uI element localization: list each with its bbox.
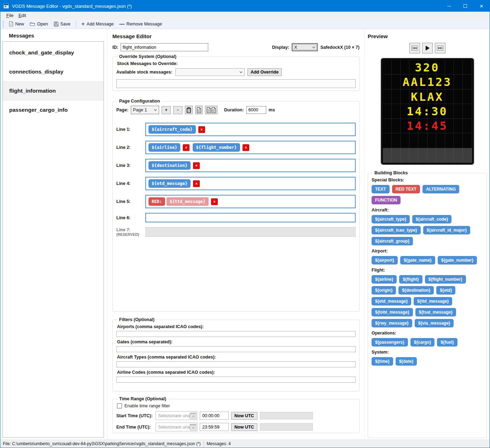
message-list-item[interactable]: flight_information xyxy=(3,81,104,100)
building-block-chip[interactable]: ${airport} xyxy=(372,256,398,264)
override-system-group: Override System (Optional) Stock Message… xyxy=(112,54,360,91)
filter-input[interactable] xyxy=(116,346,356,352)
token-chip[interactable]: ${etd_message} xyxy=(148,179,191,188)
building-block-chip[interactable]: ${gate_number} xyxy=(438,256,477,264)
preview-panel: Preview 320AAL123KLAX14:3014:45 Building… xyxy=(365,29,490,440)
building-block-chip[interactable]: ${aircraft_code} xyxy=(412,215,451,223)
menu-file[interactable]: File xyxy=(4,13,16,18)
available-stock-dropdown[interactable] xyxy=(175,68,245,76)
building-block-chip[interactable]: ${destination} xyxy=(398,286,434,295)
token-chip[interactable]: ${airline} xyxy=(148,143,180,152)
building-block-chip[interactable]: ${tobt_message} xyxy=(372,308,413,316)
next-page-button[interactable] xyxy=(435,43,445,53)
previous-page-button[interactable] xyxy=(409,43,420,53)
building-block-chip[interactable]: ${origin} xyxy=(372,286,396,295)
building-block-chip[interactable]: ${aircraft_icao_type} xyxy=(372,226,421,234)
filter-input[interactable] xyxy=(116,331,356,337)
override-listbox[interactable] xyxy=(116,79,356,88)
add-page-button[interactable]: + xyxy=(162,106,171,114)
token-chip[interactable]: ${aircraft_code} xyxy=(148,125,196,134)
start-time-input[interactable] xyxy=(200,412,229,420)
token-chip[interactable]: ${flight_number} xyxy=(193,143,240,152)
building-block-chip[interactable]: ${passengers} xyxy=(372,338,408,347)
message-list-item[interactable]: passenger_cargo_info xyxy=(3,100,104,120)
building-block-chip[interactable]: ALTERNATING xyxy=(422,185,459,193)
open-button[interactable]: Open xyxy=(27,21,51,28)
line-content-field[interactable]: ${aircraft_code}× xyxy=(145,123,356,136)
building-block-chip[interactable]: ${fuel} xyxy=(437,338,457,347)
building-block-chip[interactable]: ${aircraft_type} xyxy=(372,215,410,223)
message-id-input[interactable] xyxy=(121,43,208,51)
line-content-field[interactable]: RED:${ttd_message}× xyxy=(145,195,356,208)
building-block-chip[interactable]: ${aircraft_id_major} xyxy=(423,226,470,234)
token-chip[interactable]: ${ttd_message} xyxy=(167,197,209,206)
line-content-field[interactable]: ${airline}×${flight_number}× xyxy=(145,141,356,154)
close-button[interactable]: ✕ xyxy=(473,0,490,12)
building-block-chip[interactable]: ${rwy_message} xyxy=(372,319,412,327)
token-group: ${etd_message}× xyxy=(148,179,200,188)
building-block-chip[interactable]: TEXT xyxy=(372,185,390,193)
building-block-chip[interactable]: ${airline} xyxy=(372,275,397,284)
building-block-chip[interactable]: ${aircraft_group} xyxy=(372,237,413,245)
building-block-chip[interactable]: ${ttd_message} xyxy=(414,297,452,306)
display-dropdown[interactable]: X xyxy=(292,43,318,51)
building-block-chip[interactable]: ${tsat_message} xyxy=(415,308,456,316)
duplicate-page-button[interactable] xyxy=(205,106,217,114)
duration-label: Duration: xyxy=(224,107,244,112)
line-content-field[interactable]: ${destination}× xyxy=(145,159,356,172)
remove-token-button[interactable]: × xyxy=(193,180,200,187)
page-dropdown[interactable]: Page 1 xyxy=(131,106,159,114)
building-block-chip[interactable]: RED TEXT xyxy=(392,185,420,193)
maximize-button[interactable] xyxy=(457,0,473,12)
message-list-item[interactable]: connections_display xyxy=(3,62,104,81)
close-icon: ✕ xyxy=(480,4,484,9)
toolbar: New Open Save + Add Message — Remove Mes… xyxy=(0,19,490,29)
building-block-chip[interactable]: ${etd_message} xyxy=(372,297,411,306)
save-button[interactable]: Save xyxy=(51,21,74,28)
token-chip[interactable]: RED: xyxy=(148,197,165,206)
building-block-chip[interactable]: FUNCTION xyxy=(372,196,401,204)
duration-input[interactable] xyxy=(246,106,266,114)
id-label: ID: xyxy=(112,45,118,50)
led-display-row: 320 xyxy=(383,60,472,75)
preview-title: Preview xyxy=(368,33,487,39)
remove-token-button[interactable]: × xyxy=(183,144,189,151)
new-button[interactable]: New xyxy=(6,20,27,28)
building-block-chip[interactable]: ${etd} xyxy=(436,286,455,295)
toolbar-gripper[interactable] xyxy=(3,21,4,27)
start-now-utc-button[interactable]: Now UTC xyxy=(231,412,257,420)
building-block-chip[interactable]: ${via_message} xyxy=(415,319,454,327)
add-override-button[interactable]: Add Override xyxy=(247,68,282,76)
filter-input[interactable] xyxy=(116,361,356,367)
clipboard-icon xyxy=(186,107,191,113)
line-content-field[interactable]: ${etd_message}× xyxy=(145,177,356,190)
building-block-chip[interactable]: ${time} xyxy=(372,357,393,366)
start-date-picker[interactable]: Selezionare una 15 xyxy=(156,411,197,420)
enable-time-range-checkbox[interactable] xyxy=(117,403,122,408)
minimize-button[interactable] xyxy=(441,0,457,12)
remove-token-button[interactable]: × xyxy=(198,126,205,133)
toolbar-separator xyxy=(76,21,76,28)
building-block-chip[interactable]: ${flight} xyxy=(399,275,422,284)
remove-token-button[interactable]: × xyxy=(243,144,249,151)
building-block-chip[interactable]: ${gate_name} xyxy=(400,256,435,264)
token-chip[interactable]: ${destination} xyxy=(148,161,191,170)
building-block-chip[interactable]: ${flight_number} xyxy=(425,275,466,284)
paste-page-button[interactable] xyxy=(195,106,203,114)
remove-page-button[interactable]: - xyxy=(173,106,182,114)
line-content-field[interactable] xyxy=(145,213,356,222)
end-time-input[interactable] xyxy=(200,423,229,431)
remove-token-button[interactable]: × xyxy=(211,198,218,205)
end-date-picker[interactable]: Selezionare una 15 xyxy=(156,423,197,431)
add-message-button[interactable]: + Add Message xyxy=(78,20,116,28)
play-button[interactable] xyxy=(422,43,433,53)
message-list-item[interactable]: chock_and_gate_display xyxy=(3,43,104,62)
remove-message-button[interactable]: — Remove Message xyxy=(116,20,165,28)
end-now-utc-button[interactable]: Now UTC xyxy=(231,423,257,431)
filter-input[interactable] xyxy=(116,377,356,383)
building-block-chip[interactable]: ${date} xyxy=(396,357,417,366)
remove-token-button[interactable]: × xyxy=(193,162,200,169)
copy-page-button[interactable] xyxy=(185,106,193,114)
building-block-chip[interactable]: ${cargo} xyxy=(410,338,435,347)
menu-edit[interactable]: Edit xyxy=(16,13,29,18)
